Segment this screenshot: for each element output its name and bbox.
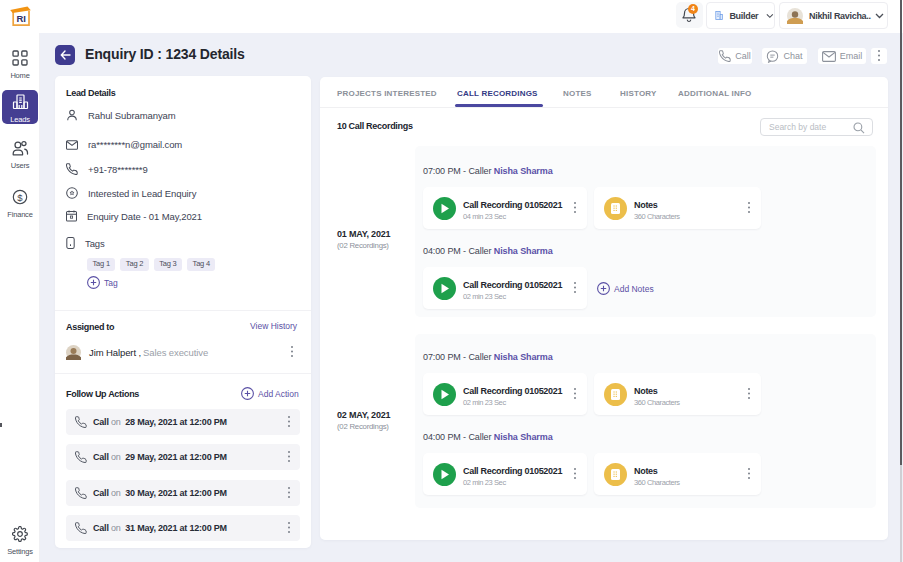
svg-text:RI: RI bbox=[16, 13, 26, 24]
svg-text:$: $ bbox=[17, 192, 23, 203]
